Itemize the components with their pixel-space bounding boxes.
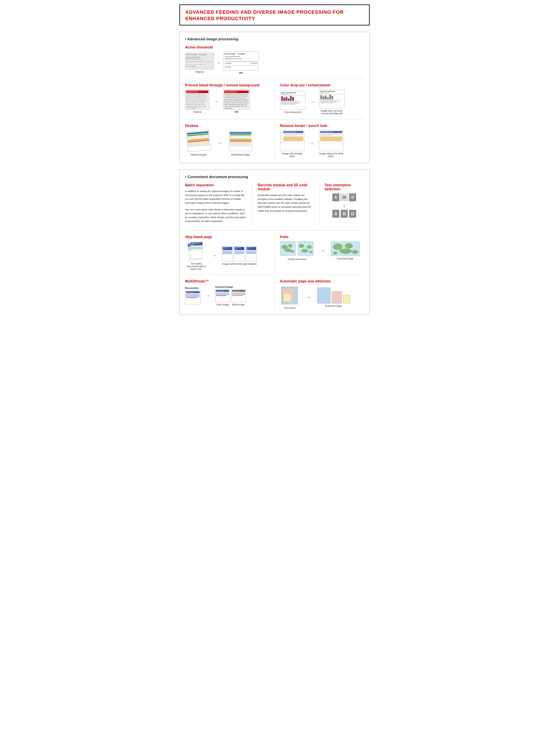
folio-doc1 xyxy=(280,241,296,257)
binder-with-group: Monthly Report Jul. Image with binding h… xyxy=(280,130,304,157)
ms-redbar xyxy=(186,297,197,298)
binder-title2: Monthly Report Jul. xyxy=(320,131,342,133)
batch-text1: In addition to saving the scanned images… xyxy=(185,189,247,205)
bleed-original-group: CapturePerfect CapturePerfect is a power… xyxy=(185,89,210,113)
autopage-images: Document → Scanned image xyxy=(280,286,364,309)
skip-out-title1: Monthly Rep... May xyxy=(223,247,232,250)
orient-letter-B-rotated: B xyxy=(340,194,348,201)
so-line5 xyxy=(247,251,256,251)
so-line4 xyxy=(235,254,244,255)
multistream-output-group: Scanned image Monthly Report Color image xyxy=(215,286,246,306)
hole3 xyxy=(281,138,282,140)
bleed-through-images: CapturePerfect CapturePerfect is a power… xyxy=(185,89,269,113)
bwline2 xyxy=(320,134,342,135)
psd-out-large xyxy=(317,288,330,303)
orient-letter-D-after: D xyxy=(349,210,356,218)
orient-before-row: A B D xyxy=(332,193,356,201)
orientation-visual: A B D ↓ A B D xyxy=(325,193,364,218)
folio-input-group: Folded document xyxy=(280,241,314,260)
hole2 xyxy=(281,135,282,136)
folio-images: Folded document → xyxy=(280,241,364,260)
folio-input-label: Folded document xyxy=(280,258,314,260)
folio-arrow: → xyxy=(320,248,325,254)
folio-input-images xyxy=(280,241,314,257)
bline2 xyxy=(283,134,303,135)
ms-color-red xyxy=(216,295,226,296)
svg-point-2 xyxy=(288,244,292,248)
psd-out-medium xyxy=(331,291,342,303)
multistream-bw-image: Monthly Report xyxy=(231,289,246,302)
section-advanced-image: Advanced image processing Active thresho… xyxy=(179,32,370,163)
orient-letter-D-before: D xyxy=(349,193,356,201)
folio-output-label: Scanned image xyxy=(331,257,360,260)
bleed-original-label: Original xyxy=(185,111,210,113)
multistream-docs-label: Documents xyxy=(185,287,201,289)
color-dropout-images: Quarterly settlement —————— xyxy=(280,89,364,115)
world-svg2 xyxy=(298,241,313,256)
psd-out-small xyxy=(343,295,350,303)
section1-title: Advanced image processing xyxy=(185,37,364,41)
fq-line4 xyxy=(320,103,334,103)
multistream-color-label: Color image xyxy=(215,303,230,306)
orient-letter-A-after: A xyxy=(332,210,339,218)
autopage-heading: Automatic page size detection xyxy=(280,279,364,283)
color-dropout-heading: Color drop-out / enhancement xyxy=(280,83,364,87)
ms-color-line xyxy=(216,292,229,292)
skip-out-title3: Monthly Rep... May xyxy=(247,247,256,250)
binder-without-group: Monthly Report Jul. Image without bindin… xyxy=(319,130,343,157)
fq-line1 xyxy=(320,100,341,101)
deskew-arrow: → xyxy=(217,140,222,146)
folio-world1 xyxy=(280,241,295,256)
skip-blank-feature: Skip blank page Monthly Report May Month… xyxy=(185,235,274,270)
dsbar2 xyxy=(230,134,251,135)
q-line1 xyxy=(281,101,302,102)
binder-title: Monthly Report Jul. xyxy=(283,131,303,133)
autopage-input-label: Document xyxy=(280,307,300,309)
svg-point-15 xyxy=(352,250,358,254)
binder-without-label: Image without binding holes xyxy=(319,152,343,157)
bar4 xyxy=(288,99,289,101)
skip-out-title2: Monthly Rep... May xyxy=(235,247,244,250)
deskew-images: Skewed image → xyxy=(185,130,269,156)
folio-world-svg xyxy=(331,242,360,256)
svg-point-10 xyxy=(309,251,312,253)
so-img2 xyxy=(235,251,244,254)
orient-letter-A-rotated: A xyxy=(332,193,339,201)
threshold-arrow: → xyxy=(216,60,221,66)
multistream-images: Documents Monthly Report → Scanned image xyxy=(185,286,269,306)
skip-blank-input-label: Two-sided documents with a blank side xyxy=(185,262,207,270)
bar6 xyxy=(292,97,294,101)
svg-point-12 xyxy=(333,244,343,250)
deskew-feature: Deskew xyxy=(185,124,274,157)
ms-img-block xyxy=(186,294,200,297)
svg-rect-6 xyxy=(298,241,313,256)
color-filtered-group: Quarterly settlement —————— xyxy=(319,89,345,115)
svg-point-16 xyxy=(333,251,337,255)
orient-down-arrow: ↓ xyxy=(343,202,345,209)
svg-point-14 xyxy=(339,249,352,254)
bleed-through-feature: Prevent bleed through / remove backgroun… xyxy=(185,83,274,115)
binder-feature: Remove binder / punch hole Monthly Repor… xyxy=(274,124,364,157)
skip-blank-images: Monthly Report May Monthly Report May Tw… xyxy=(185,241,269,270)
check-original-image: EZS SYSTEMS 12IV33536 1239 VALENCE BLVD.… xyxy=(185,53,214,69)
binder-chart-img xyxy=(283,136,303,141)
color-doc-label: Color document xyxy=(280,111,305,113)
batch-text2: You can insert patch code sheets in docu… xyxy=(185,208,247,223)
folio-doc2 xyxy=(298,241,314,257)
fbar3 xyxy=(325,95,326,99)
section-document-processing: Convenient document processing Batch sep… xyxy=(179,169,370,315)
bwline3 xyxy=(320,135,333,136)
ms-color-img xyxy=(216,293,229,295)
capture-on-image: CapturePerfect S CapturePerfect is a pow… xyxy=(223,89,250,109)
fbar2 xyxy=(322,96,324,99)
so-line2 xyxy=(223,254,232,255)
so-line1 xyxy=(223,251,232,251)
multistream-output-images: Monthly Report Color image Monthly Repor… xyxy=(215,289,246,306)
multistream-bw-group: Monthly Report B&W image xyxy=(231,289,246,306)
skip-out-page2: Monthly Rep... May xyxy=(234,246,245,261)
folio-scanned-image xyxy=(331,242,360,256)
skip-blank-output-group: Monthly Rep... May Monthly Rep... May xyxy=(222,246,257,265)
bar2 xyxy=(283,98,285,101)
quarterly-filtered-image: Quarterly settlement —————— xyxy=(319,89,345,108)
binder-with-image: Monthly Report Jul. xyxy=(280,130,304,151)
